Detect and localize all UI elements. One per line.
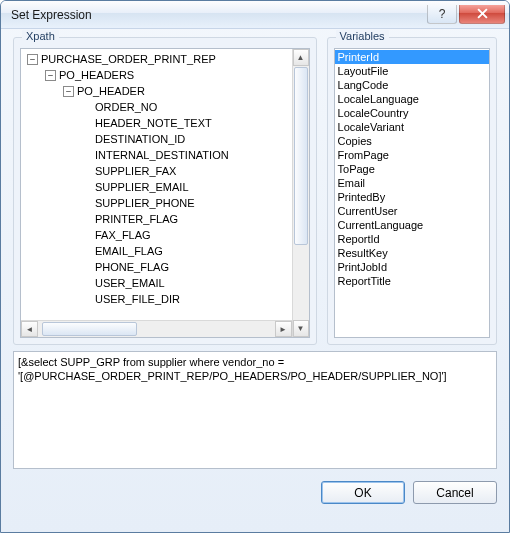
scroll-track[interactable] xyxy=(293,66,309,320)
variables-list-inner: PrinterIdLayoutFileLangCodeLocaleLanguag… xyxy=(335,49,489,289)
tree-node[interactable]: −PO_HEADER xyxy=(25,83,309,99)
tree-node[interactable]: FAX_FLAG xyxy=(25,227,309,243)
tree-node[interactable]: PHONE_FLAG xyxy=(25,259,309,275)
variable-item[interactable]: ResultKey xyxy=(335,246,489,260)
variable-item[interactable]: PrintedBy xyxy=(335,190,489,204)
tree-node-label: PO_HEADER xyxy=(77,83,145,99)
variable-item[interactable]: CurrentLanguage xyxy=(335,218,489,232)
expression-line: '[@PURCHASE_ORDER_PRINT_REP/PO_HEADERS/P… xyxy=(18,369,492,383)
tree-node-label: SUPPLIER_EMAIL xyxy=(95,179,189,195)
close-icon xyxy=(477,8,488,19)
dialog-window: Set Expression ? Xpath −PURCHASE_ORDER_P… xyxy=(0,0,510,533)
panes: Xpath −PURCHASE_ORDER_PRINT_REP−PO_HEADE… xyxy=(13,37,497,345)
variables-list[interactable]: PrinterIdLayoutFileLangCodeLocaleLanguag… xyxy=(334,48,490,338)
tree-node[interactable]: PRINTER_FLAG xyxy=(25,211,309,227)
window-title: Set Expression xyxy=(11,8,427,22)
tree-expander-icon[interactable]: − xyxy=(27,54,38,65)
tree-node-label: INTERNAL_DESTINATION xyxy=(95,147,229,163)
expression-textarea[interactable]: [&select SUPP_GRP from supplier where ve… xyxy=(13,351,497,469)
dialog-body: Xpath −PURCHASE_ORDER_PRINT_REP−PO_HEADE… xyxy=(1,29,509,532)
tree-node-label: HEADER_NOTE_TEXT xyxy=(95,115,212,131)
title-bar: Set Expression ? xyxy=(1,1,509,29)
scroll-up-button[interactable]: ▲ xyxy=(293,49,309,66)
variable-item[interactable]: LocaleVariant xyxy=(335,120,489,134)
tree-node-label: USER_EMAIL xyxy=(95,275,165,291)
help-button[interactable]: ? xyxy=(427,5,457,24)
tree-node[interactable]: −PURCHASE_ORDER_PRINT_REP xyxy=(25,51,309,67)
tree-node[interactable]: SUPPLIER_FAX xyxy=(25,163,309,179)
tree-expander-icon[interactable]: − xyxy=(63,86,74,97)
variable-item[interactable]: PrintJobId xyxy=(335,260,489,274)
tree-node-label: PURCHASE_ORDER_PRINT_REP xyxy=(41,51,216,67)
ok-button[interactable]: OK xyxy=(321,481,405,504)
tree-node-label: SUPPLIER_FAX xyxy=(95,163,176,179)
tree-node-label: FAX_FLAG xyxy=(95,227,151,243)
close-button[interactable] xyxy=(459,5,505,24)
variable-item[interactable]: LayoutFile xyxy=(335,64,489,78)
variable-item[interactable]: LocaleCountry xyxy=(335,106,489,120)
tree-node[interactable]: HEADER_NOTE_TEXT xyxy=(25,115,309,131)
tree-node[interactable]: USER_FILE_DIR xyxy=(25,291,309,307)
scroll-track-h[interactable] xyxy=(38,321,275,337)
scroll-left-button[interactable]: ◄ xyxy=(21,321,38,337)
tree-node-label: ORDER_NO xyxy=(95,99,157,115)
tree-node-label: PHONE_FLAG xyxy=(95,259,169,275)
tree-node-label: DESTINATION_ID xyxy=(95,131,185,147)
variable-item[interactable]: Copies xyxy=(335,134,489,148)
tree-node[interactable]: INTERNAL_DESTINATION xyxy=(25,147,309,163)
tree-node[interactable]: EMAIL_FLAG xyxy=(25,243,309,259)
xpath-horizontal-scrollbar[interactable]: ◄ ► xyxy=(21,320,292,337)
variables-group: Variables PrinterIdLayoutFileLangCodeLoc… xyxy=(327,37,497,345)
scroll-thumb[interactable] xyxy=(294,67,308,245)
xpath-tree[interactable]: −PURCHASE_ORDER_PRINT_REP−PO_HEADERS−PO_… xyxy=(20,48,310,338)
variable-item[interactable]: ReportId xyxy=(335,232,489,246)
xpath-vertical-scrollbar[interactable]: ▲ ▼ xyxy=(292,49,309,337)
variable-item[interactable]: PrinterId xyxy=(335,50,489,64)
tree-node-label: USER_FILE_DIR xyxy=(95,291,180,307)
tree-node[interactable]: DESTINATION_ID xyxy=(25,131,309,147)
tree-node[interactable]: −PO_HEADERS xyxy=(25,67,309,83)
tree-node-label: PRINTER_FLAG xyxy=(95,211,178,227)
variable-item[interactable]: ReportTitle xyxy=(335,274,489,288)
variable-item[interactable]: FromPage xyxy=(335,148,489,162)
variable-item[interactable]: LocaleLanguage xyxy=(335,92,489,106)
tree-node[interactable]: SUPPLIER_EMAIL xyxy=(25,179,309,195)
variable-item[interactable]: ToPage xyxy=(335,162,489,176)
variables-group-label: Variables xyxy=(336,30,389,42)
tree-node-label: EMAIL_FLAG xyxy=(95,243,163,259)
variable-item[interactable]: Email xyxy=(335,176,489,190)
variable-item[interactable]: LangCode xyxy=(335,78,489,92)
tree-expander-icon[interactable]: − xyxy=(45,70,56,81)
expression-line: [&select SUPP_GRP from supplier where ve… xyxy=(18,355,492,369)
tree-node-label: PO_HEADERS xyxy=(59,67,134,83)
cancel-button[interactable]: Cancel xyxy=(413,481,497,504)
xpath-group-label: Xpath xyxy=(22,30,59,42)
scroll-down-button[interactable]: ▼ xyxy=(293,320,309,337)
tree-node[interactable]: SUPPLIER_PHONE xyxy=(25,195,309,211)
xpath-group: Xpath −PURCHASE_ORDER_PRINT_REP−PO_HEADE… xyxy=(13,37,317,345)
tree-node[interactable]: USER_EMAIL xyxy=(25,275,309,291)
button-bar: OK Cancel xyxy=(13,475,497,504)
tree-node[interactable]: ORDER_NO xyxy=(25,99,309,115)
tree-node-label: SUPPLIER_PHONE xyxy=(95,195,195,211)
scroll-right-button[interactable]: ► xyxy=(275,321,292,337)
scroll-thumb-h[interactable] xyxy=(42,322,137,336)
variable-item[interactable]: CurrentUser xyxy=(335,204,489,218)
xpath-tree-inner: −PURCHASE_ORDER_PRINT_REP−PO_HEADERS−PO_… xyxy=(21,49,309,337)
